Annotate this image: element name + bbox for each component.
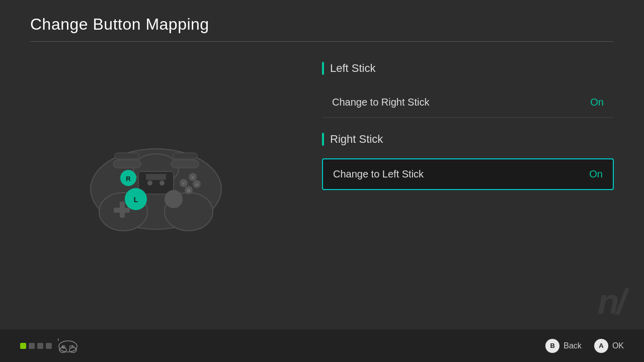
svg-rect-26 (173, 153, 197, 159)
svg-text:R: R (126, 175, 131, 183)
dot-3 (37, 343, 43, 349)
b-button-icon: B (545, 339, 559, 353)
svg-text:Y: Y (182, 181, 185, 186)
section-accent-right (322, 133, 324, 146)
back-label: Back (564, 341, 582, 350)
footer-controller-icon (58, 338, 78, 353)
ok-label: OK (612, 341, 624, 350)
options-panel: Left Stick Change to Right Stick On Righ… (312, 52, 644, 306)
main-content: L R Y X A B (0, 42, 644, 316)
svg-point-36 (73, 346, 74, 347)
back-button[interactable]: B Back (545, 339, 582, 353)
controller-dots (20, 343, 52, 349)
change-to-right-stick-value: On (590, 97, 604, 108)
svg-point-22 (159, 180, 165, 186)
change-to-left-stick-value: On (589, 168, 603, 180)
footer: B Back A OK (0, 329, 644, 362)
header: Change Button Mapping (0, 0, 644, 41)
section-title-left-stick: Left Stick (330, 62, 375, 75)
svg-rect-5 (146, 174, 166, 180)
svg-text:B: B (187, 188, 190, 193)
section-accent (322, 62, 324, 75)
svg-point-21 (147, 180, 152, 186)
watermark: n/ (598, 282, 624, 322)
section-header-right-stick: Right Stick (322, 133, 614, 151)
svg-rect-24 (171, 160, 199, 168)
footer-right: B Back A OK (545, 339, 624, 353)
svg-point-35 (72, 345, 73, 346)
svg-rect-23 (113, 160, 141, 168)
svg-point-8 (165, 190, 183, 208)
section-title-right-stick: Right Stick (330, 133, 383, 146)
dot-4 (46, 343, 52, 349)
controller-illustration: L R Y X A B (86, 124, 226, 234)
svg-rect-25 (115, 153, 139, 159)
a-button-icon: A (594, 339, 608, 353)
svg-point-27 (59, 341, 77, 352)
svg-text:X: X (191, 175, 194, 180)
change-to-left-stick-option[interactable]: Change to Left Stick On (322, 158, 614, 190)
controller-svg: L R Y X A B (86, 124, 226, 234)
dot-2 (29, 343, 35, 349)
svg-rect-32 (58, 338, 59, 341)
dot-1 (20, 343, 26, 349)
svg-rect-12 (114, 208, 130, 213)
svg-text:A: A (195, 182, 198, 187)
controller-panel: L R Y X A B (0, 52, 312, 306)
section-header-left-stick: Left Stick (322, 62, 614, 80)
svg-text:L: L (134, 196, 138, 204)
change-to-right-stick-option[interactable]: Change to Right Stick On (322, 87, 614, 118)
svg-rect-34 (62, 346, 64, 347)
footer-left (20, 338, 78, 353)
page-title: Change Button Mapping (30, 15, 614, 34)
ok-button[interactable]: A OK (594, 339, 624, 353)
change-to-right-stick-label: Change to Right Stick (332, 97, 429, 108)
change-to-left-stick-label: Change to Left Stick (333, 168, 424, 180)
